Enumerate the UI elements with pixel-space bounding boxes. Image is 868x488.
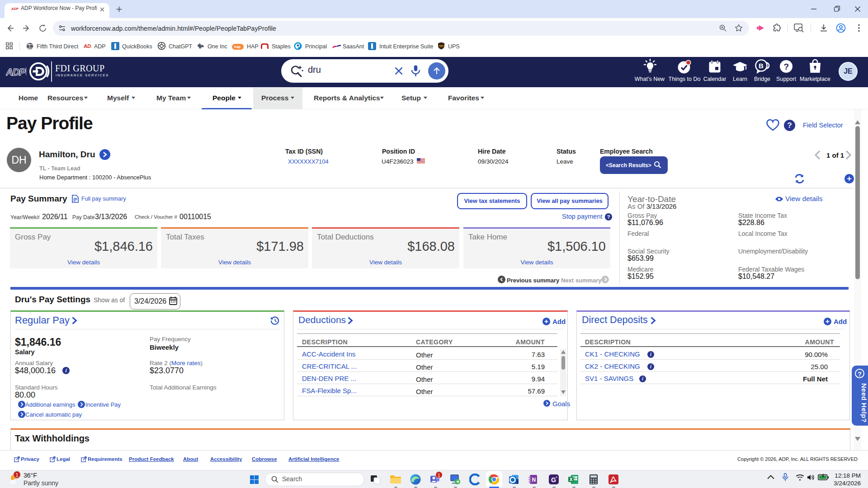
svg-text:ADP: ADP — [6, 66, 26, 78]
svg-text:?: ? — [784, 62, 789, 71]
svg-text:ups: ups — [439, 44, 444, 47]
svg-text:N: N — [532, 477, 536, 483]
svg-text:B: B — [759, 62, 764, 70]
svg-text:ADP: ADP — [84, 43, 91, 49]
svg-text:ADP: ADP — [11, 7, 19, 11]
svg-text:G: G — [551, 476, 556, 483]
svg-text:X: X — [570, 477, 573, 482]
